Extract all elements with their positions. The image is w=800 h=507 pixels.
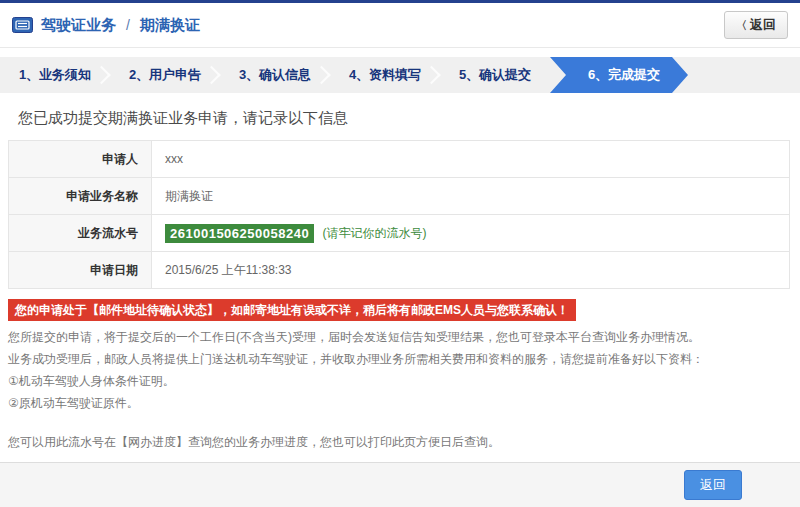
instructions-text: 您所提交的申请，将于提交后的一个工作日(不含当天)受理，届时会发送短信告知受理结… bbox=[8, 327, 792, 453]
step-label: 1、业务须知 bbox=[19, 66, 91, 84]
chevron-separator-icon bbox=[92, 66, 110, 84]
step-label: 5、确认提交 bbox=[459, 66, 531, 84]
row-label: 申请日期 bbox=[9, 252, 152, 289]
success-message-title: 您已成功提交期满换证业务申请，请记录以下信息 bbox=[18, 109, 800, 128]
instruction-paragraph: 您所提交的申请，将于提交后的一个工作日(不含当天)受理，届时会发送短信告知受理结… bbox=[8, 327, 792, 348]
step-label: 6、完成提交 bbox=[588, 66, 660, 84]
instruction-paragraph: 业务成功受理后，邮政人员将提供上门送达机动车驾驶证，并收取办理业务所需相关费用和… bbox=[8, 349, 792, 370]
header-bar: 驾驶证业务 / 期满换证 〈 返回 bbox=[0, 3, 800, 48]
row-label: 申请人 bbox=[9, 141, 152, 178]
back-button-top-label: 返回 bbox=[750, 16, 776, 34]
chevron-separator-icon bbox=[422, 66, 440, 84]
row-value: 261001506250058240 (请牢记你的流水号) bbox=[152, 215, 790, 252]
step-3-confirm-info: 3、确认信息 bbox=[220, 57, 330, 93]
instruction-paragraph: 您可以用此流水号在【网办进度】查询您的业务办理进度，您也可以打印此页方便日后查询… bbox=[8, 432, 792, 453]
chevron-separator-icon bbox=[312, 66, 330, 84]
step-1-business-notice: 1、业务须知 bbox=[0, 57, 110, 93]
row-value: xxx bbox=[152, 141, 790, 178]
back-button-bottom[interactable]: 返回 bbox=[684, 470, 742, 500]
serial-number-note: (请牢记你的流水号) bbox=[322, 226, 426, 240]
row-label: 申请业务名称 bbox=[9, 178, 152, 215]
back-button-top[interactable]: 〈 返回 bbox=[724, 11, 788, 39]
row-label: 业务流水号 bbox=[9, 215, 152, 252]
instruction-paragraph: ②原机动车驾驶证原件。 bbox=[8, 393, 792, 414]
breadcrumb-separator: / bbox=[124, 17, 132, 33]
step-6-complete-submit-active: 6、完成提交 bbox=[550, 57, 688, 93]
step-2-user-declaration: 2、用户申告 bbox=[110, 57, 220, 93]
step-label: 2、用户申告 bbox=[129, 66, 201, 84]
chevron-separator-icon bbox=[202, 66, 220, 84]
step-label: 3、确认信息 bbox=[239, 66, 311, 84]
table-row-serial-number: 业务流水号 261001506250058240 (请牢记你的流水号) bbox=[9, 215, 790, 252]
table-row-applicant: 申请人 xxx bbox=[9, 141, 790, 178]
step-progress-bar: 1、业务须知 2、用户申告 3、确认信息 4、资料填写 5、确认提交 6、完成提… bbox=[0, 57, 800, 93]
serial-number-badge: 261001506250058240 bbox=[165, 224, 314, 243]
instruction-paragraph: ①机动车驾驶人身体条件证明。 bbox=[8, 371, 792, 392]
footer-bar: 返回 bbox=[0, 462, 800, 507]
table-row-apply-date: 申请日期 2015/6/25 上午11:38:33 bbox=[9, 252, 790, 289]
row-value: 期满换证 bbox=[152, 178, 790, 215]
mail-address-warning-banner: 您的申请处于【邮件地址待确认状态】，如邮寄地址有误或不详，稍后将有邮政EMS人员… bbox=[8, 299, 576, 321]
table-row-business-name: 申请业务名称 期满换证 bbox=[9, 178, 790, 215]
breadcrumb-page: 期满换证 bbox=[140, 16, 200, 35]
form-icon bbox=[12, 17, 33, 33]
step-5-confirm-submit: 5、确认提交 bbox=[440, 57, 550, 93]
breadcrumb: 驾驶证业务 / 期满换证 bbox=[12, 16, 200, 35]
row-value: 2015/6/25 上午11:38:33 bbox=[152, 252, 790, 289]
step-label: 4、资料填写 bbox=[349, 66, 421, 84]
breadcrumb-section[interactable]: 驾驶证业务 bbox=[41, 16, 116, 35]
chevron-left-icon: 〈 bbox=[736, 18, 747, 33]
step-4-fill-material: 4、资料填写 bbox=[330, 57, 440, 93]
application-info-table: 申请人 xxx 申请业务名称 期满换证 业务流水号 26100150625005… bbox=[8, 140, 790, 289]
